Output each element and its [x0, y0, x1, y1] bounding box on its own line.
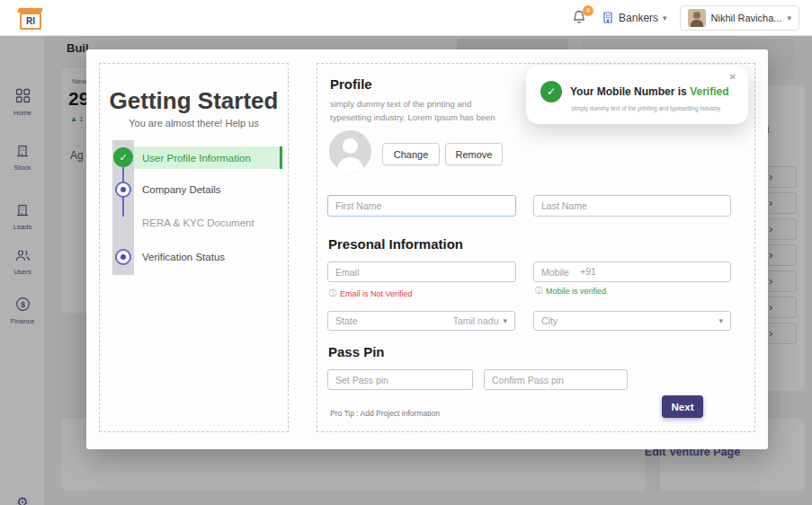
profile-description: simply dummy text of the printing and ty…	[330, 97, 505, 124]
avatar	[688, 9, 706, 27]
org-dropdown[interactable]: Bankers ▾	[602, 11, 667, 26]
city-placeholder: City	[541, 315, 558, 326]
info-icon: ⓘ	[535, 286, 542, 296]
email-input[interactable]	[327, 261, 516, 282]
set-passpin-input[interactable]	[327, 369, 473, 390]
steps-panel: Getting Started You are almost there! He…	[99, 63, 289, 432]
top-navbar: RI 4	[0, 0, 812, 36]
step-company-details[interactable]: Company Details	[142, 184, 221, 195]
chevron-down-icon: ▾	[718, 316, 723, 325]
step-verification-status[interactable]: Verification Status	[142, 252, 225, 262]
success-check-icon: ✓	[540, 81, 562, 102]
mobile-input[interactable]	[533, 261, 731, 282]
toast-subtitle: simply dummy text of the printing and ty…	[566, 105, 727, 111]
org-label: Bankers	[619, 12, 658, 24]
step-label: User Profile Information	[142, 153, 251, 164]
app-logo[interactable]: RI	[18, 8, 43, 30]
navbar-right-cluster: 4 Bankers ▾ Nikhil Ravicha... ▾	[571, 0, 799, 36]
chevron-down-icon: ▾	[503, 316, 507, 325]
toast-title-prefix: Your Mobile Number is	[570, 85, 687, 98]
passpin-heading: Pass Pin	[328, 344, 385, 359]
active-step-bar	[280, 146, 282, 169]
mobile-field: +91	[533, 261, 731, 282]
info-icon: ⓘ	[329, 288, 336, 298]
notification-badge: 4	[583, 5, 593, 16]
state-placeholder: State	[335, 315, 358, 326]
change-photo-button[interactable]: Change	[382, 143, 440, 165]
step-radio-icon	[115, 182, 131, 198]
mobile-verified-text: Mobile is verified	[546, 287, 606, 296]
mobile-verified-note: ⓘ Mobile is verified	[535, 286, 606, 296]
chevron-down-icon: ▾	[663, 13, 667, 22]
personal-info-heading: Presonal Information	[328, 236, 463, 252]
user-name: Nikhil Ravicha...	[711, 13, 782, 23]
city-select[interactable]: City ▾	[533, 311, 731, 331]
step-rera-kyc[interactable]: RERA & KYC Document	[142, 217, 254, 228]
toast-title: Your Mobile Number is Verified	[570, 85, 729, 98]
first-name-input[interactable]	[327, 195, 516, 217]
mobile-verified-toast: ✕ ✓ Your Mobile Number is Verified simpl…	[526, 66, 748, 124]
toast-title-row: ✓ Your Mobile Number is Verified	[526, 66, 748, 102]
toast-title-highlight: Verified	[690, 85, 728, 98]
logo-text: RI	[26, 16, 35, 26]
step-radio-icon	[115, 249, 131, 265]
remove-photo-button[interactable]: Remove	[445, 143, 503, 165]
state-select[interactable]: State Tamil nadu ▾	[327, 311, 515, 331]
next-button[interactable]: Next	[662, 395, 703, 418]
logo-box: RI	[20, 13, 41, 30]
chevron-down-icon: ▾	[787, 13, 791, 22]
step-done-check-icon: ✓	[113, 147, 133, 167]
user-menu[interactable]: Nikhil Ravicha... ▾	[680, 5, 799, 31]
profile-photo-placeholder	[329, 130, 371, 173]
notifications-button[interactable]: 4	[571, 9, 589, 27]
building-icon	[602, 11, 614, 26]
step-user-profile[interactable]: User Profile Information	[134, 146, 282, 169]
modal-subtitle: You are almost there! Help us	[100, 118, 288, 128]
email-error-text: Email is Not Verified	[340, 289, 413, 298]
app-screen: RI 4	[0, 0, 812, 505]
profile-heading: Profile	[330, 76, 372, 92]
email-error-note: ⓘ Email is Not Verified	[329, 288, 413, 298]
confirm-passpin-input[interactable]	[484, 369, 628, 390]
close-icon[interactable]: ✕	[729, 72, 736, 82]
modal-title: Getting Started	[100, 87, 288, 115]
last-name-input[interactable]	[533, 195, 731, 217]
state-selected-value: Tamil nadu	[453, 315, 499, 326]
pro-tip-text: Pro Tip : Add Project information	[330, 409, 440, 418]
